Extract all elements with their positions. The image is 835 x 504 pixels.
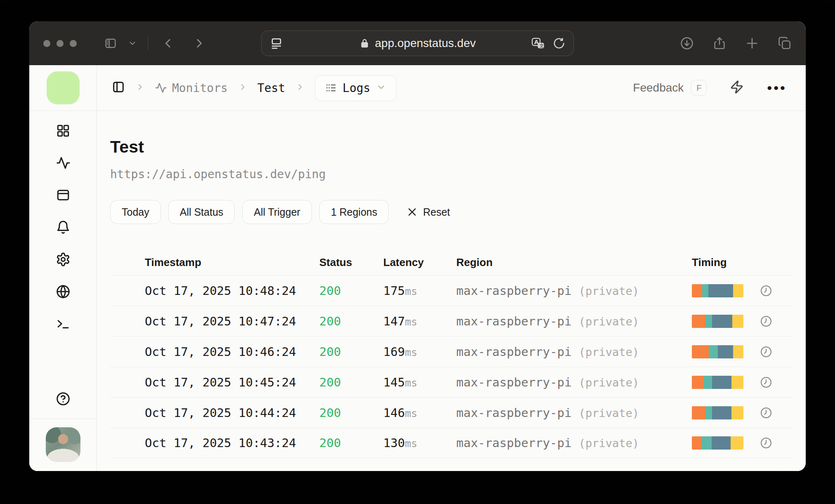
chevron-down-icon[interactable]: [128, 39, 137, 48]
sidebar-item-settings[interactable]: [56, 252, 71, 268]
table-header-row: Timestamp Status Latency Region Timing: [110, 250, 793, 275]
logs-icon: [325, 82, 337, 94]
filter-trigger-button[interactable]: All Trigger: [242, 200, 312, 224]
filter-bar: Today All Status All Trigger 1 Regions R…: [110, 200, 793, 224]
breadcrumb-monitors[interactable]: Monitors: [155, 81, 228, 95]
activity-icon: [56, 155, 71, 170]
table-row[interactable]: Oct 17, 2025 10:43:24 200 130ms max-rasp…: [110, 428, 793, 458]
clock-icon[interactable]: [760, 346, 793, 358]
workspace-logo-cell: [29, 65, 97, 111]
cell-timestamp: Oct 17, 2025 10:47:24: [145, 314, 319, 328]
filter-regions-button[interactable]: 1 Regions: [319, 200, 389, 224]
table-row[interactable]: Oct 17, 2025 10:44:24 200 146ms max-rasp…: [110, 397, 793, 428]
logs-view-selector[interactable]: Logs: [315, 75, 396, 101]
forward-button[interactable]: [193, 37, 205, 49]
cell-region: max-raspberry-pi: [456, 284, 571, 298]
minimize-button[interactable]: [57, 40, 64, 47]
breadcrumb-monitor-name[interactable]: Test: [257, 81, 285, 95]
cell-timestamp: Oct 17, 2025 10:48:24: [145, 284, 319, 298]
feedback-button[interactable]: Feedback: [633, 81, 684, 94]
table-row[interactable]: Oct 17, 2025 10:48:24 200 175ms max-rasp…: [110, 275, 793, 306]
timing-bar: [692, 406, 743, 419]
sidebar-item-cli[interactable]: [56, 316, 71, 333]
panel-toggle-icon[interactable]: [112, 80, 125, 95]
address-bar[interactable]: app.openstatus.dev A文: [261, 31, 574, 56]
cell-region: max-raspberry-pi: [456, 314, 571, 328]
timing-bar: [692, 284, 743, 297]
column-header-region: Region: [456, 256, 692, 269]
cell-status: 200: [319, 375, 383, 389]
main-content: Test https://api.openstatus.dev/ping Tod…: [97, 111, 806, 471]
reload-icon[interactable]: [553, 37, 565, 49]
table-row[interactable]: Oct 17, 2025 10:45:24 200 145ms max-rasp…: [110, 367, 793, 397]
terminal-icon: [56, 316, 71, 331]
downloads-icon[interactable]: [680, 36, 694, 50]
workspace-logo[interactable]: [47, 71, 80, 104]
back-button[interactable]: [162, 37, 175, 49]
column-header-timing: Timing: [692, 256, 760, 269]
sidebar-item-status-pages[interactable]: [56, 188, 71, 204]
timing-bar: [692, 436, 743, 450]
gear-icon: [56, 252, 71, 267]
cell-region: max-raspberry-pi: [456, 406, 571, 420]
breadcrumb-separator: [238, 82, 248, 94]
monitor-endpoint-url: https://api.openstatus.dev/ping: [110, 167, 793, 181]
sidebar-item-dashboard[interactable]: [56, 123, 71, 140]
cell-status: 200: [319, 436, 383, 450]
cell-region: max-raspberry-pi: [456, 436, 571, 450]
zoom-button[interactable]: [70, 40, 77, 47]
sidebar-item-notifications[interactable]: [56, 220, 71, 236]
chevron-down-icon: [376, 81, 386, 95]
tab-overview-icon[interactable]: [778, 36, 792, 50]
bell-icon: [56, 220, 71, 235]
sidebar-item-monitors[interactable]: [56, 155, 71, 172]
breadcrumb-separator: [295, 82, 305, 94]
cell-timestamp: Oct 17, 2025 10:46:24: [145, 345, 319, 359]
browser-chrome: app.openstatus.dev A文: [29, 21, 806, 65]
help-icon: [56, 391, 71, 406]
close-button[interactable]: [43, 40, 50, 47]
cell-latency: 147: [383, 314, 405, 328]
user-avatar[interactable]: [46, 427, 80, 462]
sidebar-item-global[interactable]: [56, 284, 71, 301]
cell-region: max-raspberry-pi: [456, 345, 571, 359]
cell-latency: 175: [383, 284, 405, 298]
sidebar-toggle-icon[interactable]: [104, 37, 117, 50]
reset-filters-button[interactable]: Reset: [407, 206, 450, 218]
cell-latency: 146: [383, 406, 405, 420]
cell-status: 200: [319, 345, 383, 359]
column-header-status: Status: [319, 256, 383, 269]
share-icon[interactable]: [712, 36, 726, 50]
page-title: Test: [110, 137, 793, 157]
new-tab-icon[interactable]: [745, 36, 759, 50]
globe-icon: [56, 284, 71, 299]
timing-bar: [692, 376, 743, 389]
translate-icon[interactable]: A文: [531, 36, 546, 50]
clock-icon[interactable]: [760, 285, 793, 297]
cell-status: 200: [319, 406, 383, 420]
sidebar: [29, 111, 97, 471]
table-row[interactable]: Oct 17, 2025 10:46:24 200 169ms max-rasp…: [110, 336, 793, 367]
activity-icon: [155, 82, 167, 94]
divider: [148, 36, 148, 50]
feedback-shortcut-badge: F: [691, 80, 707, 96]
reader-icon[interactable]: [270, 37, 283, 50]
table-row[interactable]: Oct 17, 2025 10:47:24 200 147ms max-rasp…: [110, 306, 793, 336]
cell-region: max-raspberry-pi: [456, 375, 571, 389]
clock-icon[interactable]: [760, 407, 793, 419]
clock-icon[interactable]: [760, 376, 793, 389]
browser-icon: [56, 188, 71, 203]
clock-icon[interactable]: [760, 437, 793, 449]
lock-icon: [359, 38, 370, 49]
cell-status: 200: [319, 284, 383, 298]
clock-icon[interactable]: [760, 315, 793, 327]
browser-window: app.openstatus.dev A文: [29, 21, 806, 471]
column-header-timestamp: Timestamp: [145, 256, 319, 269]
zap-icon[interactable]: [730, 80, 744, 96]
filter-date-button[interactable]: Today: [110, 200, 161, 224]
filter-status-button[interactable]: All Status: [168, 200, 235, 224]
x-icon: [407, 207, 418, 217]
traffic-lights: [43, 40, 77, 47]
help-button[interactable]: [56, 391, 71, 419]
column-header-latency: Latency: [383, 256, 456, 269]
